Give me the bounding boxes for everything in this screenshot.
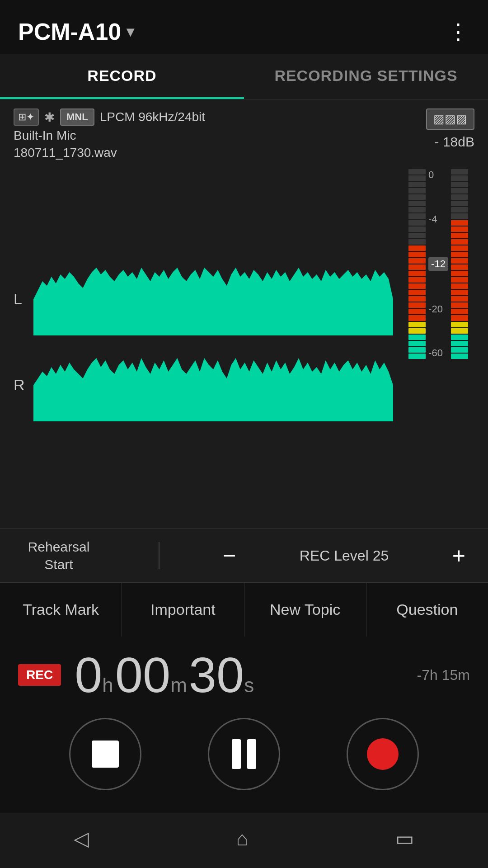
vu-segment [451,296,468,302]
stop-button[interactable] [69,718,141,790]
waveform-channels: L R [14,165,393,519]
vu-segment [451,271,468,276]
vu-segment [451,194,468,200]
vu-segment [451,322,468,327]
remaining-time: -7h 15m [417,667,470,684]
timer-minutes: 00 [115,650,170,700]
vu-segment [451,283,468,289]
app-title[interactable]: PCM-A10 ▾ [18,18,134,45]
vu-segment [408,341,426,346]
vu-segment [451,233,468,238]
waveform-section: L R 0 -4 -12 [0,165,488,528]
pause-icon [232,739,256,769]
vu-segment [408,169,426,175]
record-button[interactable] [347,718,419,790]
stop-icon [92,741,119,768]
vu-segment [451,201,468,206]
vu-segment [451,347,468,353]
vu-segment [408,277,426,283]
track-mark-button[interactable]: Track Mark [0,583,122,637]
back-button[interactable]: ◁ [56,822,107,854]
vu-segment [408,283,426,289]
pause-bar-2 [247,739,256,769]
vu-segment [408,233,426,238]
vu-segment [451,213,468,219]
format-label: LPCM 96kHz/24bit [100,110,205,124]
mic-icon: ⊞✦ [14,108,39,126]
vu-segment [408,264,426,270]
db-label: - 18dB [435,134,474,150]
waveform-l [33,263,393,335]
vu-segment [451,341,468,346]
vu-segment [408,201,426,206]
dropdown-icon[interactable]: ▾ [127,23,134,40]
timer-section: REC 0 h 00 m 30 s -7h 15m [0,637,488,709]
new-topic-button[interactable]: New Topic [244,583,366,637]
timer-minutes-unit: m [170,674,187,697]
vu-segment [408,194,426,200]
level-minus-button[interactable]: − [214,542,245,569]
vu-segment [451,175,468,181]
vu-segment [451,315,468,321]
channel-l-label: L [14,290,27,308]
vu-label-0: 0 [428,169,448,181]
tab-recording-settings[interactable]: RECORDING SETTINGS [244,54,488,99]
status-icons-row: ⊞✦ ✱ MNL LPCM 96kHz/24bit [14,108,205,126]
record-icon [367,738,399,770]
rec-badge: REC [18,664,61,686]
vu-segment [408,239,426,245]
vu-segment [451,302,468,308]
recent-button[interactable]: ▭ [377,822,432,854]
level-display: REC Level 25 [300,547,389,564]
vu-segment [408,328,426,334]
filename: 180711_1730.wav [14,146,205,160]
vu-bar-right [451,169,468,359]
tab-record[interactable]: RECORD [0,54,244,99]
timer-seconds: 30 [189,650,244,700]
channel-r-label: R [14,376,27,394]
vu-label-neg60: -60 [428,347,448,359]
vu-segment [451,182,468,187]
level-plus-button[interactable]: + [443,542,474,569]
status-bar: ⊞✦ ✱ MNL LPCM 96kHz/24bit Built-In Mic 1… [0,99,488,165]
vu-segment [451,239,468,245]
timer-display: 0 h 00 m 30 s [75,650,403,700]
pause-button[interactable] [208,718,280,790]
vu-segment [408,188,426,193]
timer-seconds-unit: s [244,674,254,697]
vu-segment [451,188,468,193]
header: PCM-A10 ▾ ⋮ [0,0,488,54]
vu-segment [451,354,468,359]
vu-segment [408,220,426,226]
vu-label-neg12: -12 [428,257,448,271]
home-button[interactable]: ⌂ [218,823,267,854]
vu-segment [451,226,468,232]
vu-segment [408,226,426,232]
asterisk-icon: ✱ [44,110,55,125]
vu-segment [408,347,426,353]
vu-bar-left [408,169,426,359]
nav-bar: ◁ ⌂ ▭ [0,813,488,868]
vu-label-neg20: -20 [428,303,448,315]
important-button[interactable]: Important [122,583,244,637]
status-info: ⊞✦ ✱ MNL LPCM 96kHz/24bit Built-In Mic 1… [14,108,205,160]
channel-r-row: R [14,349,393,421]
vu-segment [451,264,468,270]
timer-hours: 0 [75,650,102,700]
mic-name: Built-In Mic [14,128,205,143]
vu-segment [451,258,468,264]
vu-segment [408,182,426,187]
title-text: PCM-A10 [18,18,121,45]
vu-segment [408,290,426,295]
vu-segment [451,277,468,283]
vu-segment [408,335,426,340]
channel-l-row: L [14,263,393,335]
vu-segment [451,252,468,257]
vu-segment [451,335,468,340]
timer-hours-unit: h [102,674,113,697]
overflow-menu-button[interactable]: ⋮ [447,19,470,44]
question-button[interactable]: Question [366,583,488,637]
vu-segment [408,271,426,276]
vu-scales: 0 -4 -12 -20 -60 [408,169,468,359]
vu-segment [408,213,426,219]
